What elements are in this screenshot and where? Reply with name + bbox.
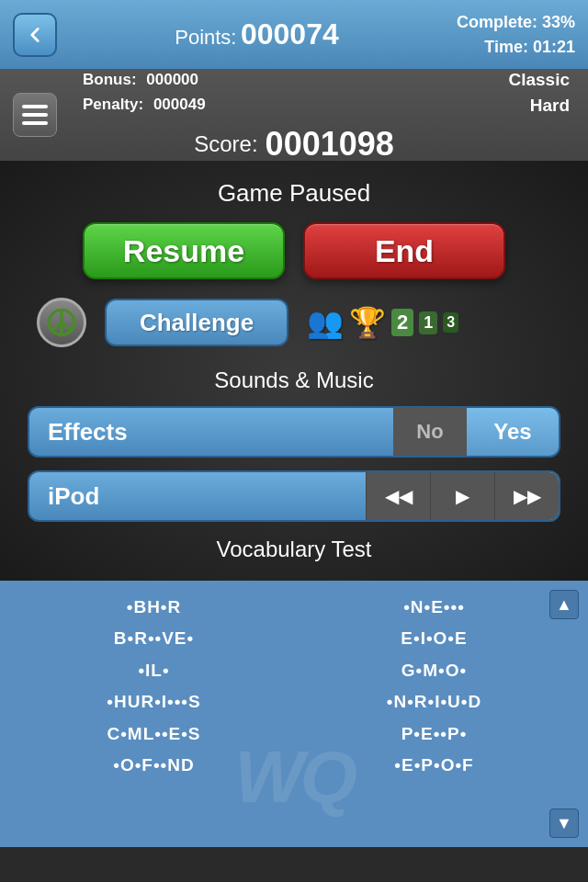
back-button[interactable] [13, 13, 57, 57]
list-item: B•R••VE• [18, 625, 289, 652]
people-icon: 👥 [307, 305, 344, 340]
list-item: P•E••P• [299, 720, 570, 748]
challenge-button[interactable]: Challenge [105, 299, 288, 346]
challenge-icons: 👥 🏆 2 1 3 [307, 305, 458, 340]
mode-display: Classic Hard [508, 67, 570, 119]
scroll-up-button[interactable]: ▲ [549, 590, 579, 619]
vocab-right-col: •N•E••• E•I•O•E G•M•O• •N•R•I•U•D P•E••P… [299, 594, 570, 779]
challenge-row: Challenge 👥 🏆 2 1 3 [28, 298, 560, 347]
menu-line [22, 121, 48, 125]
fast-forward-button[interactable]: ▶▶ [494, 472, 559, 520]
scroll-down-button[interactable]: ▼ [549, 808, 579, 838]
mode-classic: Classic [508, 67, 570, 94]
list-item: •N•E••• [299, 594, 570, 621]
score-value: 0001098 [266, 125, 394, 164]
vocab-left-col: •BH•R B•R••VE• •IL• •HUR•I•••S C•ML••E•S… [18, 594, 289, 779]
list-item: •BH•R [18, 594, 289, 621]
ipod-label: iPod [29, 482, 366, 511]
top-right-info: Complete: 33% Time: 01:21 [457, 10, 575, 60]
time-label: Time: [484, 38, 528, 56]
complete-display: Complete: 33% [457, 10, 575, 35]
bonus-value: 000000 [146, 71, 198, 88]
points-display: Points: 000074 [175, 17, 339, 51]
vocab-grid: •BH•R B•R••VE• •IL• •HUR•I•••S C•ML••E•S… [18, 594, 570, 779]
paused-label: Game Paused [28, 179, 560, 208]
effects-no-button[interactable]: No [393, 408, 467, 456]
list-item: •O•F••ND [18, 752, 289, 779]
stats-bar: Bonus: 000000 Penalty: 000049 Classic Ha… [0, 69, 588, 161]
list-item: •IL• [18, 657, 289, 684]
score-badge3: 3 [443, 312, 458, 333]
resume-button[interactable]: Resume [83, 222, 285, 279]
rewind-button[interactable]: ◀◀ [366, 472, 430, 520]
points-label: Points: [175, 26, 236, 49]
effects-label: Effects [29, 418, 393, 447]
ipod-row: iPod ◀◀ ▶ ▶▶ [28, 470, 560, 522]
menu-line [22, 113, 48, 117]
vocab-label: Vocabulary Test [28, 537, 560, 562]
list-item: •HUR•I•••S [18, 688, 289, 716]
score-badge2: 1 [419, 311, 437, 334]
trophy-icon: 🏆 [349, 305, 386, 340]
peace-icon [46, 307, 77, 338]
menu-button[interactable] [13, 93, 57, 137]
play-button[interactable]: ▶ [430, 472, 494, 520]
sounds-label: Sounds & Music [28, 368, 560, 393]
score-badge: 2 [391, 309, 413, 336]
penalty-row: Penalty: 000049 [83, 92, 206, 117]
bonus-row: Bonus: 000000 [83, 67, 206, 92]
vocab-area: WQ •BH•R B•R••VE• •IL• •HUR•I•••S C•ML••… [0, 581, 588, 847]
time-value: 01:21 [533, 38, 575, 56]
score-label: Score: [194, 131, 257, 157]
list-item: C•ML••E•S [18, 720, 289, 748]
list-item: •N•R•I•U•D [299, 688, 570, 716]
points-value: 000074 [241, 17, 339, 51]
effects-yes-button[interactable]: Yes [467, 408, 559, 456]
stats-row1: Bonus: 000000 Penalty: 000049 Classic Ha… [18, 67, 570, 119]
bonus-penalty: Bonus: 000000 Penalty: 000049 [83, 67, 206, 117]
action-buttons: Resume End [28, 222, 560, 279]
list-item: •E•P•O•F [299, 752, 570, 779]
score-row: Score: 0001098 [18, 125, 570, 164]
effects-row: Effects No Yes [28, 406, 560, 458]
list-item: G•M•O• [299, 657, 570, 684]
penalty-label: Penalty: [83, 96, 143, 113]
complete-label: Complete: [457, 13, 537, 31]
challenge-icon [37, 298, 86, 347]
time-display: Time: 01:21 [457, 35, 575, 60]
top-bar: Points: 000074 Complete: 33% Time: 01:21 [0, 0, 588, 69]
end-button[interactable]: End [303, 222, 505, 279]
bonus-label: Bonus: [83, 71, 137, 88]
mode-hard: Hard [508, 93, 570, 119]
complete-value: 33% [542, 13, 575, 31]
menu-line [22, 105, 48, 108]
main-content: Game Paused Resume End Challenge 👥 🏆 2 1… [0, 161, 588, 581]
penalty-value: 000049 [153, 96, 206, 113]
ipod-controls: ◀◀ ▶ ▶▶ [366, 472, 559, 520]
effects-toggle: No Yes [393, 408, 559, 456]
list-item: E•I•O•E [299, 625, 570, 652]
